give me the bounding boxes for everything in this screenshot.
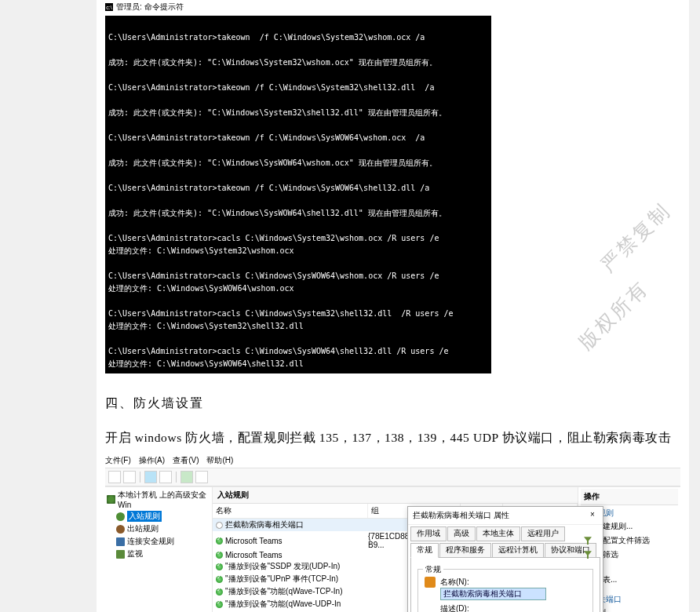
back-button[interactable] [108,471,121,483]
rule-name-text: 拦截勒索病毒相关端口 [225,519,304,530]
shield-icon [107,495,115,504]
nav-tree: 本地计算机 上的高级安全 Win 入站规则出站规则连接安全规则监视 [105,487,213,612]
rule-status-icon [216,576,223,583]
tree-icon [116,550,125,559]
cmd-icon: c:\ [105,3,113,11]
tab-row-bottom: 常规程序和服务远程计算机协议和端口 [408,541,603,558]
tab[interactable]: 作用域 [410,526,447,541]
tb-btn[interactable] [159,471,172,483]
rule-name-text: "播放到设备"功能(qWave-UDP-In [225,599,341,610]
tree-icon [116,525,125,534]
dialog-titlebar: 拦截勒索病毒相关端口 属性 × [408,507,603,525]
menu-item[interactable]: 操作(A) [139,456,165,464]
tree-item[interactable]: 连接安全规则 [107,535,210,548]
rule-status-icon [216,563,223,570]
rule-status-icon [216,552,223,559]
toolbar-sep [176,472,177,483]
tab[interactable]: 程序和服务 [439,543,491,558]
tree-icon [116,537,125,546]
rule-name-input[interactable] [440,588,546,600]
close-icon[interactable]: × [587,510,598,521]
watermark: 严禁复制 [596,197,676,278]
rule-status-icon [216,588,223,596]
tree-item[interactable]: 监视 [107,548,210,560]
section-paragraph: 开启 windows 防火墙，配置规则拦截 135，137，138，139，44… [105,428,680,448]
rule-name-text: "播放到设备"功能(qWave-TCP-In) [225,586,343,597]
menu-bar[interactable]: 文件(F)操作(A)查看(V)帮助(H) [105,454,680,468]
rules-panel-title: 入站规则 [213,487,578,504]
fwd-button[interactable] [123,471,136,483]
tree-item-label: 出站规则 [127,523,159,534]
group-legend: 常规 [423,564,443,575]
rule-properties-dialog: 拦截勒索病毒相关端口 属性 × 作用域高级本地主体远程用户 常规程序和服务远程计… [407,506,603,612]
rule-name-text: Microsoft Teams [225,537,283,545]
actions-panel-title: 操作 [581,489,678,505]
toolbar [105,468,680,486]
firewall-window: 文件(F)操作(A)查看(V)帮助(H) 本地计算机 上的高级安全 Win 入站… [105,453,680,612]
section-heading: 四、防火墙设置 [105,395,680,412]
tree-item-label: 连接安全规则 [127,536,174,547]
tree-item-label: 监视 [127,548,143,559]
tab[interactable]: 本地主体 [476,526,520,541]
tab-row-top: 作用域高级本地主体远程用户 [408,525,603,541]
tab[interactable]: 高级 [447,526,476,541]
toolbar-sep [140,472,140,483]
cmd-window-title: c:\ 管理员: 命令提示符 [105,0,680,16]
tab[interactable]: 远程计算机 [492,543,544,558]
cmd-title-text: 管理员: 命令提示符 [116,2,184,13]
tree-root[interactable]: 本地计算机 上的高级安全 Win [107,489,210,510]
name-label: 名称(N): [440,577,586,588]
tab[interactable]: 常规 [410,543,439,558]
tree-item[interactable]: 入站规则 [107,510,210,523]
menu-item[interactable]: 文件(F) [105,456,131,464]
tb-btn[interactable] [144,471,157,483]
cmd-output: C:\Users\Administrator>takeown /f C:\Win… [105,16,491,373]
rule-status-icon [216,601,223,608]
tab[interactable]: 远程用户 [521,526,565,541]
tree-item-label: 入站规则 [127,511,162,522]
rule-name-text: Microsoft Teams [225,551,283,559]
dialog-title: 拦截勒索病毒相关端口 属性 [413,510,509,521]
tree-item[interactable]: 出站规则 [107,523,210,535]
block-icon [425,577,436,588]
tree-icon [116,512,125,521]
tab[interactable]: 协议和端口 [545,543,596,558]
rule-name-text: "播放到设备"UPnP 事件(TCP-In) [225,574,338,585]
rule-name-text: "播放到设备"SSDP 发现(UDP-In) [225,561,340,572]
watermark: 版权所有 [574,275,654,355]
tb-btn[interactable] [195,471,208,483]
tb-btn[interactable] [180,471,193,483]
rule-status-icon [216,537,223,545]
tree-root-label: 本地计算机 上的高级安全 Win [118,490,210,509]
menu-item[interactable]: 查看(V) [173,456,199,464]
rule-status-icon [216,522,223,529]
desc-label: 描述(D): [440,603,586,612]
menu-item[interactable]: 帮助(H) [206,456,233,464]
general-group: 常规 名称(N): 描述(D): 拦截135，137，138，139，445 U… [417,569,593,612]
column-header[interactable]: 名称 [213,504,368,518]
rules-panel: 入站规则 名称组配置文件已启用 拦截勒索病毒相关端口所有是Microsoft T… [213,487,578,612]
